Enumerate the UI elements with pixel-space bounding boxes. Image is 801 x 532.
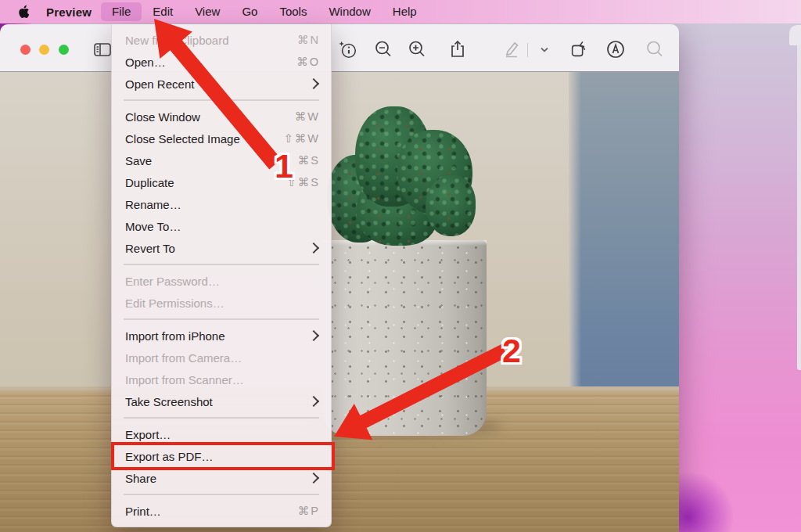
menu-separator <box>112 314 331 325</box>
menu-item-import-from-camera: Import from Camera… <box>112 347 331 368</box>
menu-item-label: Open… <box>125 56 166 69</box>
window-toolbar <box>0 24 679 72</box>
menu-bar: Preview FileEditViewGoToolsWindowHelp <box>0 0 801 23</box>
menu-item-shortcut: ⌘O <box>296 56 320 68</box>
menu-separator <box>112 95 331 106</box>
menubar-item-file[interactable]: File <box>101 2 142 21</box>
zoom-window-button[interactable] <box>59 45 69 55</box>
chevron-down-icon[interactable] <box>534 39 555 59</box>
menu-item-revert-to[interactable]: Revert To <box>112 237 331 259</box>
menu-separator <box>112 489 331 500</box>
menu-bar-items: FileEditViewGoToolsWindowHelp <box>101 0 428 23</box>
menu-item-shortcut: ⌘W <box>295 110 320 123</box>
menu-item-label: Enter Password… <box>125 275 220 288</box>
menu-item-open-recent[interactable]: Open Recent <box>112 73 331 95</box>
menu-item-label: Open Recent <box>125 77 194 91</box>
photo-concrete-pot <box>323 240 487 436</box>
screen: Preview FileEditViewGoToolsWindowHelp Ne… <box>0 0 801 532</box>
menu-item-label: New from Clipboard <box>125 34 229 47</box>
menu-item-label: Revert To <box>125 242 175 255</box>
apple-logo-icon <box>17 4 31 20</box>
background-window-edge <box>797 26 801 370</box>
menu-item-close-window[interactable]: Close Window⌘W <box>112 106 331 128</box>
photo-background-band <box>569 72 679 394</box>
menu-item-shortcut: ⌘N <box>297 34 320 46</box>
info-inspector-icon[interactable] <box>338 39 358 59</box>
menu-item-new-from-clipboard: New from Clipboard⌘N <box>112 29 331 51</box>
search-icon[interactable] <box>645 39 665 59</box>
app-name[interactable]: Preview <box>46 5 92 19</box>
zoom-in-icon[interactable] <box>407 39 427 59</box>
cactus-lobe <box>426 175 476 236</box>
submenu-chevron-icon <box>308 330 319 341</box>
submenu-chevron-icon <box>308 78 319 89</box>
toolbar-divider <box>527 43 528 57</box>
menu-item-label: Share <box>125 472 156 485</box>
preview-window <box>0 24 679 532</box>
menu-item-import-from-scanner: Import from Scanner… <box>112 368 331 390</box>
menu-item-open[interactable]: Open…⌘O <box>112 51 331 73</box>
menubar-item-go[interactable]: Go <box>231 2 268 21</box>
menu-item-shortcut: ⌘S <box>298 154 320 167</box>
menubar-item-help[interactable]: Help <box>382 2 428 21</box>
menu-item-label: Move To… <box>125 220 181 233</box>
submenu-chevron-icon <box>308 243 319 253</box>
desktop-wallpaper <box>679 23 801 532</box>
menu-item-label: Rename… <box>125 198 181 211</box>
close-window-button[interactable] <box>20 45 31 55</box>
menu-item-label: Import from iPhone <box>125 329 225 343</box>
menubar-item-tools[interactable]: Tools <box>268 2 318 21</box>
menu-item-label: Take Screenshot <box>125 395 213 408</box>
menu-item-label: Print… <box>125 505 161 518</box>
apple-menu[interactable] <box>16 0 32 23</box>
sidebar-icon[interactable] <box>92 39 113 59</box>
annotate-icon[interactable] <box>605 39 626 59</box>
export-as-pdf-highlight-box <box>111 442 335 470</box>
step-2-label: 2 <box>502 334 521 368</box>
menu-item-label: Export… <box>125 428 171 441</box>
minimize-window-button[interactable] <box>39 45 49 55</box>
menu-item-label: Save <box>125 154 152 167</box>
background-window-corner <box>789 25 801 45</box>
menu-item-take-screenshot[interactable]: Take Screenshot <box>112 390 331 412</box>
menu-item-duplicate[interactable]: Duplicate⇧⌘S <box>112 171 331 193</box>
menu-item-shortcut: ⌘P <box>298 505 320 517</box>
menu-item-shortcut: ⇧⌘W <box>284 132 320 145</box>
menu-item-label: Close Selected Image <box>125 132 240 146</box>
menu-item-label: Duplicate <box>125 176 174 189</box>
menu-item-print[interactable]: Print…⌘P <box>112 500 331 522</box>
menu-item-close-selected-image[interactable]: Close Selected Image⇧⌘W <box>112 128 331 149</box>
photo-canvas <box>0 72 679 532</box>
menu-item-label: Close Window <box>125 110 200 124</box>
menubar-item-edit[interactable]: Edit <box>142 2 184 21</box>
step-1-label: 1 <box>275 149 293 183</box>
menubar-item-window[interactable]: Window <box>318 2 381 21</box>
submenu-chevron-icon <box>308 396 319 407</box>
menu-item-share[interactable]: Share <box>112 467 331 489</box>
submenu-chevron-icon <box>308 473 319 483</box>
rotate-icon[interactable] <box>569 39 589 59</box>
menu-separator <box>112 259 331 270</box>
menu-item-move-to[interactable]: Move To… <box>112 215 331 237</box>
menu-separator <box>112 412 331 423</box>
photo-cactus <box>325 106 483 246</box>
share-icon[interactable] <box>447 39 468 59</box>
menu-item-rename[interactable]: Rename… <box>112 193 331 215</box>
menu-item-enter-password: Enter Password… <box>112 270 331 292</box>
menu-item-label: Import from Camera… <box>125 351 242 365</box>
markup-pencil-icon[interactable] <box>501 39 521 59</box>
zoom-out-icon[interactable] <box>373 39 393 59</box>
menu-item-import-from-iphone[interactable]: Import from iPhone <box>112 325 331 347</box>
menu-item-edit-permissions: Edit Permissions… <box>112 292 331 314</box>
menubar-item-view[interactable]: View <box>184 2 231 21</box>
menu-item-label: Edit Permissions… <box>125 297 224 310</box>
menu-item-save[interactable]: Save⌘S <box>112 149 331 171</box>
menu-item-label: Import from Scanner… <box>125 373 244 386</box>
